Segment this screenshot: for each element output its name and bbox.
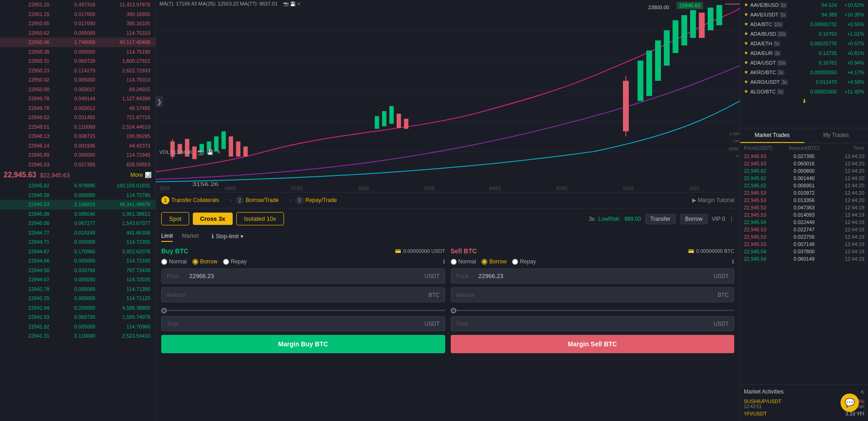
buy-info-icon[interactable]: ℹ bbox=[443, 258, 445, 265]
buy-amount-input[interactable] bbox=[161, 287, 445, 302]
step-2: 2 Borrow/Trade bbox=[235, 196, 278, 204]
market-list-item[interactable]: ★ AAVE/USDT5x 94.389 +10.35% bbox=[740, 10, 868, 19]
trades-col-time: Time bbox=[824, 145, 864, 151]
chart-expand-left[interactable]: ❯ bbox=[156, 96, 163, 107]
isolated10x-tab[interactable]: Isolated 10x bbox=[236, 212, 284, 225]
svg-rect-26 bbox=[655, 40, 661, 81]
wallet-icon: 💳 bbox=[395, 248, 401, 254]
step-3-link[interactable]: Repay/Trade bbox=[306, 197, 337, 203]
ask-row: 22949.510.1100002,524.44610 bbox=[0, 122, 155, 132]
sell-submit-button[interactable]: Margin Sell BTC bbox=[451, 335, 735, 353]
vol-camera-icon[interactable]: 📷 bbox=[197, 149, 204, 155]
bid-row: 22945.626.979895160,158.01831 bbox=[0, 181, 155, 191]
market-tab[interactable]: Market bbox=[182, 231, 199, 242]
market-list-item[interactable]: ★ ALGO/BTC5x 0.00001600 +11.42% bbox=[740, 87, 868, 96]
trade-row: 22,945.53 0.047363 12:44:19 bbox=[740, 204, 868, 211]
repay-radio-buy[interactable]: Repay bbox=[223, 258, 247, 265]
trade-row: 22,945.53 0.014093 12:44:19 bbox=[740, 211, 868, 219]
star-icon: ★ bbox=[744, 69, 748, 75]
market-list: ★ AAVE/BUSD5x 94.524 +10.62% ★ AAVE/USDT… bbox=[740, 0, 868, 128]
market-list-item[interactable]: ★ AAVE/BUSD5x 94.524 +10.62% bbox=[740, 0, 868, 10]
my-trades-tab[interactable]: My Trades bbox=[804, 128, 868, 143]
more-button[interactable]: More bbox=[131, 172, 143, 178]
chart-ma-labels: MA(7): 17169.43 MA(25): 12553.22 MA(77):… bbox=[156, 0, 304, 7]
market-list-item[interactable]: ★ ADA/EUR3x 0.13735 +0.81% bbox=[740, 48, 868, 58]
trades-col-amount: Amount(BTC) bbox=[784, 145, 824, 151]
ask-row: 22946.140.00193644.42373 bbox=[0, 141, 155, 151]
svg-rect-33 bbox=[716, 5, 722, 25]
trade-row: 22,945.63 0.060016 12:44:20 bbox=[740, 160, 868, 167]
vol-save-icon[interactable]: 💾 bbox=[207, 149, 213, 155]
limit-tab[interactable]: Limit bbox=[161, 231, 173, 242]
vol-close-icon[interactable]: ✕ bbox=[217, 149, 221, 155]
trade-row: 22,945.62 0.000800 12:44:20 bbox=[740, 167, 868, 175]
play-icon: ▶ bbox=[692, 197, 696, 203]
buy-slider[interactable] bbox=[161, 310, 445, 311]
market-list-item[interactable]: ★ ADA/USDT10x 0.16782 +0.94% bbox=[740, 58, 868, 67]
market-list-item[interactable]: ★ ADA/BTC10x 0.00000732 +0.55% bbox=[740, 19, 868, 29]
svg-rect-21 bbox=[404, 119, 409, 129]
bid-row: 22945.580.005000114.72790 bbox=[0, 191, 155, 200]
wallet-icon-sell: 💳 bbox=[688, 248, 694, 254]
star-icon: ★ bbox=[744, 11, 748, 17]
trades-col-price: Price(USDT) bbox=[744, 145, 784, 151]
normal-radio-buy[interactable]: Normal bbox=[161, 258, 187, 265]
ask-row: 22949.760.00201246.17492 bbox=[0, 104, 155, 113]
sell-info-icon[interactable]: ℹ bbox=[732, 258, 734, 265]
chart-area: MA(7): 17169.43 MA(25): 12553.22 MA(77):… bbox=[156, 0, 740, 192]
step-2-link[interactable]: Borrow/Trade bbox=[246, 197, 278, 203]
normal-radio-sell[interactable]: Normal bbox=[451, 258, 476, 265]
chat-button[interactable]: 💬 bbox=[841, 394, 859, 412]
sell-amount-input[interactable] bbox=[451, 287, 735, 302]
step-1-link[interactable]: Transfer Collaterals bbox=[171, 197, 219, 203]
order-book-left: 22951.200.49731811,413.9787822951.150.01… bbox=[0, 0, 156, 421]
stop-limit-tab[interactable]: ℹ Stop-limit ▾ bbox=[208, 231, 247, 242]
sell-price-input[interactable] bbox=[451, 268, 735, 284]
spot-tab[interactable]: Spot bbox=[161, 212, 189, 225]
bid-row: 22944.770.019249441.66338 bbox=[0, 228, 155, 238]
ask-row: 22950.380.005000114.75190 bbox=[0, 47, 155, 57]
transfer-button[interactable]: Transfer bbox=[645, 213, 676, 224]
bid-row: 22944.670.1709603,922.62078 bbox=[0, 247, 155, 257]
market-list-item[interactable]: ★ ADA/BUSD10x 0.16792 +1.01% bbox=[740, 29, 868, 38]
repay-radio-sell[interactable]: Repay bbox=[512, 258, 536, 265]
order-form-tabs: Limit Market ℹ Stop-limit ▾ bbox=[156, 229, 740, 244]
sell-price-suffix: USDT bbox=[714, 273, 729, 279]
market-list-item[interactable]: ★ AKRO/BTC3x 0.00000050 +4.17% bbox=[740, 67, 868, 77]
sell-total-suffix: USDT bbox=[714, 321, 729, 327]
buy-total-suffix: USDT bbox=[425, 321, 440, 327]
bid-row: 22944.710.005000114.72355 bbox=[0, 237, 155, 247]
borrow-radio-sell[interactable]: Borrow bbox=[481, 258, 507, 265]
step-3-num: 3 bbox=[295, 196, 304, 204]
bid-row: 22942.250.005000114.71125 bbox=[0, 294, 155, 303]
trades-list: 22,945.63 0.027395 12:44:20 22,945.63 0.… bbox=[740, 153, 868, 384]
trade-row: 22,945.62 0.001440 12:44:20 bbox=[740, 175, 868, 182]
chart-icon: 📊 bbox=[145, 172, 152, 178]
market-scroll-down[interactable]: ⬇ bbox=[740, 96, 868, 106]
sell-slider[interactable] bbox=[451, 310, 735, 311]
buy-price-input[interactable] bbox=[161, 268, 445, 284]
collapse-icon[interactable]: ∧ bbox=[860, 388, 864, 395]
cross3x-tab[interactable]: Cross 3x bbox=[193, 213, 233, 225]
settings-icon[interactable]: ⋮ bbox=[729, 216, 734, 222]
trade-row: 22,945.54 0.022449 12:44:19 bbox=[740, 219, 868, 226]
ask-row: 22950.650.017000390.16105 bbox=[0, 19, 155, 28]
buy-total-input[interactable] bbox=[161, 316, 445, 331]
market-list-item[interactable]: ★ ADA/ETH5x 0.00025776 +0.57% bbox=[740, 38, 868, 48]
market-trades-tab[interactable]: Market Trades bbox=[740, 128, 804, 143]
info-icon: ℹ bbox=[212, 233, 214, 240]
margin-tutorial[interactable]: ▶ Margin Tutorial bbox=[692, 197, 734, 203]
buy-submit-button[interactable]: Margin Buy BTC bbox=[161, 335, 445, 353]
buy-amount-suffix: BTC bbox=[429, 292, 440, 298]
market-list-item[interactable]: ★ AKRO/USDT3x 0.011470 +4.59% bbox=[740, 77, 868, 87]
sell-total-input[interactable] bbox=[451, 316, 735, 331]
buy-panel: Buy BTC 💳 0.00000000 USDT Normal Borrow bbox=[161, 247, 445, 417]
bid-row: 22942.780.005000114.71390 bbox=[0, 284, 155, 294]
borrow-radio-buy[interactable]: Borrow bbox=[192, 258, 218, 265]
sell-panel: Sell BTC 💳 0.00000000 BTC Normal Borrow bbox=[451, 247, 735, 417]
vol-levels: -1.5M -1M -500K -0 bbox=[728, 130, 740, 160]
borrow-header-button[interactable]: Borrow bbox=[680, 213, 708, 224]
trade-row: 22,945.63 0.027395 12:44:20 bbox=[740, 153, 868, 160]
trade-row: 22,945.54 0.060149 12:44:19 bbox=[740, 255, 868, 262]
svg-rect-25 bbox=[646, 50, 652, 96]
